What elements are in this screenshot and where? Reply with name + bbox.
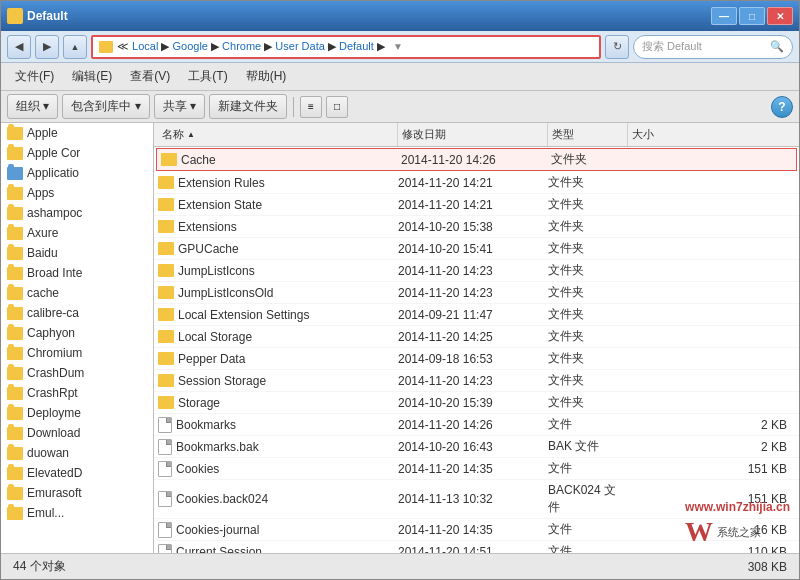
organize-button[interactable]: 组织 ▾ xyxy=(7,94,58,119)
sidebar-item-applicatio[interactable]: Applicatio xyxy=(1,163,153,183)
sidebar-item-emul[interactable]: Emul... xyxy=(1,503,153,523)
sidebar-item-deployme[interactable]: Deployme xyxy=(1,403,153,423)
help-button[interactable]: ? xyxy=(771,96,793,118)
sidebar-item-broad[interactable]: Broad Inte xyxy=(1,263,153,283)
file-name: GPUCache xyxy=(158,242,398,256)
file-row-jumplisticonsold[interactable]: JumpListIconsOld 2014-11-20 14:23 文件夹 xyxy=(154,282,799,304)
col-header-date[interactable]: 修改日期 xyxy=(398,123,548,146)
forward-button[interactable]: ▶ xyxy=(35,35,59,59)
include-button[interactable]: 包含到库中 ▾ xyxy=(62,94,149,119)
path-local[interactable]: Local xyxy=(132,40,158,52)
path-chrome[interactable]: Chrome xyxy=(222,40,261,52)
file-date: 2014-10-20 16:43 xyxy=(398,440,548,454)
file-row-cookiesjournal[interactable]: Cookies-journal 2014-11-20 14:35 文件 16 K… xyxy=(154,519,799,541)
sidebar-item-caphyon[interactable]: Caphyon xyxy=(1,323,153,343)
col-header-type[interactable]: 类型 xyxy=(548,123,628,146)
sidebar-item-cache[interactable]: cache xyxy=(1,283,153,303)
minimize-button[interactable]: — xyxy=(711,7,737,25)
menu-tools[interactable]: 工具(T) xyxy=(180,66,235,87)
folder-icon xyxy=(7,247,23,260)
file-row-localextensionsettings[interactable]: Local Extension Settings 2014-09-21 11:4… xyxy=(154,304,799,326)
file-name: Extension State xyxy=(158,198,398,212)
sidebar-item-chromium[interactable]: Chromium xyxy=(1,343,153,363)
file-row-bookmarksbak[interactable]: Bookmarks.bak 2014-10-20 16:43 BAK 文件 2 … xyxy=(154,436,799,458)
refresh-button[interactable]: ↻ xyxy=(605,35,629,59)
sidebar-item-elevatedd[interactable]: ElevatedD xyxy=(1,463,153,483)
menu-view[interactable]: 查看(V) xyxy=(122,66,178,87)
file-row-extensionstate[interactable]: Extension State 2014-11-20 14:21 文件夹 xyxy=(154,194,799,216)
sidebar-item-apple[interactable]: Apple xyxy=(1,123,153,143)
folder-icon xyxy=(158,198,174,211)
sidebar-item-crashrpt[interactable]: CrashRpt xyxy=(1,383,153,403)
address-dropdown-arrow[interactable]: ▼ xyxy=(393,41,403,52)
menu-edit[interactable]: 编辑(E) xyxy=(64,66,120,87)
file-name: Local Extension Settings xyxy=(158,308,398,322)
sidebar-item-apps[interactable]: Apps xyxy=(1,183,153,203)
folder-icon xyxy=(7,287,23,300)
share-button[interactable]: 共享 ▾ xyxy=(154,94,205,119)
file-label: Local Extension Settings xyxy=(178,308,309,322)
view-toggle-button[interactable]: ≡ xyxy=(300,96,322,118)
address-bar-area: ◀ ▶ ▲ ≪ Local ▶ Google ▶ Chrome ▶ User D… xyxy=(1,31,799,63)
sidebar-item-download[interactable]: Download xyxy=(1,423,153,443)
sidebar-item-emurasoft[interactable]: Emurasoft xyxy=(1,483,153,503)
file-row-jumplisticons[interactable]: JumpListIcons 2014-11-20 14:23 文件夹 xyxy=(154,260,799,282)
col-header-name[interactable]: 名称 ▲ xyxy=(158,123,398,146)
sidebar-item-axure[interactable]: Axure xyxy=(1,223,153,243)
file-row-cookies[interactable]: Cookies 2014-11-20 14:35 文件 151 KB xyxy=(154,458,799,480)
file-row-cookiesback024[interactable]: Cookies.back024 2014-11-13 10:32 BACK024… xyxy=(154,480,799,519)
path-userdata[interactable]: User Data xyxy=(275,40,325,52)
file-row-gpucache[interactable]: GPUCache 2014-10-20 15:41 文件夹 xyxy=(154,238,799,260)
menu-file[interactable]: 文件(F) xyxy=(7,66,62,87)
search-placeholder: 搜索 Default xyxy=(642,39,702,54)
file-row-extensions[interactable]: Extensions 2014-10-20 15:38 文件夹 xyxy=(154,216,799,238)
file-name: JumpListIconsOld xyxy=(158,286,398,300)
file-date: 2014-11-13 10:32 xyxy=(398,492,548,506)
sidebar-item-crashdum[interactable]: CrashDum xyxy=(1,363,153,383)
address-box[interactable]: ≪ Local ▶ Google ▶ Chrome ▶ User Data ▶ … xyxy=(91,35,601,59)
new-folder-button[interactable]: 新建文件夹 xyxy=(209,94,287,119)
file-row-sessionstorage[interactable]: Session Storage 2014-11-20 14:23 文件夹 xyxy=(154,370,799,392)
sidebar-item-applecor[interactable]: Apple Cor xyxy=(1,143,153,163)
sidebar-label: calibre-ca xyxy=(27,306,79,320)
sidebar-item-duowan[interactable]: duowan xyxy=(1,443,153,463)
folder-icon xyxy=(158,374,174,387)
toolbar2: 组织 ▾ 包含到库中 ▾ 共享 ▾ 新建文件夹 ≡ □ ? xyxy=(1,91,799,123)
file-name: Local Storage xyxy=(158,330,398,344)
organize-label: 组织 ▾ xyxy=(16,98,49,115)
folder-icon xyxy=(158,264,174,277)
sidebar-item-calibre[interactable]: calibre-ca xyxy=(1,303,153,323)
file-row-storage[interactable]: Storage 2014-10-20 15:39 文件夹 xyxy=(154,392,799,414)
file-label: Pepper Data xyxy=(178,352,245,366)
preview-button[interactable]: □ xyxy=(326,96,348,118)
col-size-label: 大小 xyxy=(632,127,654,142)
file-label: GPUCache xyxy=(178,242,239,256)
file-icon xyxy=(158,461,172,477)
folder-icon xyxy=(7,487,23,500)
file-name: Cookies-journal xyxy=(158,522,398,538)
file-row-localstorage[interactable]: Local Storage 2014-11-20 14:25 文件夹 xyxy=(154,326,799,348)
file-row-extensionrules[interactable]: Extension Rules 2014-11-20 14:21 文件夹 xyxy=(154,172,799,194)
sidebar-item-ashampoc[interactable]: ashampoc xyxy=(1,203,153,223)
file-row-currentsession[interactable]: Current Session 2014-11-20 14:51 文件 110 … xyxy=(154,541,799,553)
sidebar-label: CrashDum xyxy=(27,366,84,380)
path-default[interactable]: Default xyxy=(339,40,374,52)
col-header-size[interactable]: 大小 xyxy=(628,123,795,146)
sort-arrow: ▲ xyxy=(187,130,195,139)
folder-icon xyxy=(158,286,174,299)
up-button[interactable]: ▲ xyxy=(63,35,87,59)
back-button[interactable]: ◀ xyxy=(7,35,31,59)
file-row-cache[interactable]: Cache 2014-11-20 14:26 文件夹 xyxy=(156,148,797,171)
sidebar-item-baidu[interactable]: Baidu xyxy=(1,243,153,263)
column-headers: 名称 ▲ 修改日期 类型 大小 xyxy=(154,123,799,147)
sidebar-label: Deployme xyxy=(27,406,81,420)
file-label: Storage xyxy=(178,396,220,410)
close-button[interactable]: ✕ xyxy=(767,7,793,25)
file-row-pepperdata[interactable]: Pepper Data 2014-09-18 16:53 文件夹 xyxy=(154,348,799,370)
menu-help[interactable]: 帮助(H) xyxy=(238,66,295,87)
search-box[interactable]: 搜索 Default 🔍 xyxy=(633,35,793,59)
maximize-button[interactable]: □ xyxy=(739,7,765,25)
path-google[interactable]: Google xyxy=(172,40,207,52)
file-row-bookmarks[interactable]: Bookmarks 2014-11-20 14:26 文件 2 KB xyxy=(154,414,799,436)
file-label: Extension State xyxy=(178,198,262,212)
